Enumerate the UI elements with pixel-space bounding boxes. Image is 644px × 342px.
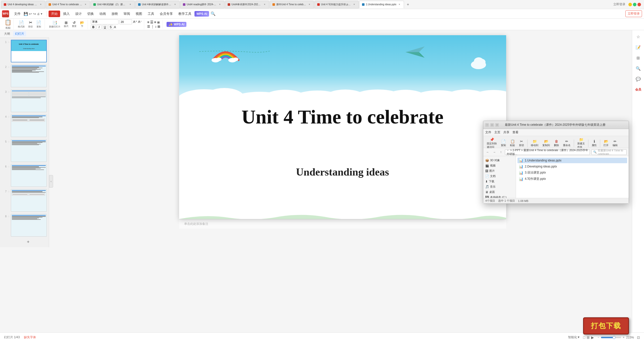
fe-edit-btn[interactable]: ✏ 编辑	[611, 139, 619, 148]
menu-tab-qiege[interactable]: 切换	[85, 11, 96, 17]
tab-8-close[interactable]: ×	[352, 3, 356, 6]
font-size-selector[interactable]: 20	[119, 19, 132, 24]
fe-file-4[interactable]: 📊 4.写作课堂.pptx	[517, 176, 627, 182]
account-label[interactable]: 立即登录	[613, 2, 625, 7]
tab-3[interactable]: Unit 4单词讲解（2）课件2024-202... ×	[91, 1, 135, 8]
tab-3-close[interactable]: ×	[129, 3, 132, 6]
fit-window-btn[interactable]: ⊡	[637, 335, 640, 339]
fe-folder-images[interactable]: 🖼 图片	[483, 168, 516, 174]
decrease-font-btn[interactable]: A⁻	[138, 20, 142, 24]
menu-tab-shenhe[interactable]: 审阅	[121, 11, 133, 17]
smart-btn[interactable]: 智能化▼	[568, 335, 580, 339]
align-center-btn[interactable]: ☰	[150, 20, 153, 24]
tab-9-close[interactable]: ×	[398, 3, 401, 6]
slide-thumb-6[interactable]: 6 ☆	[2, 164, 47, 187]
font-color-btn[interactable]: A	[114, 25, 116, 29]
fe-pinquick-btn[interactable]: 📌 固定到快速访问	[485, 137, 498, 149]
sidebar-btn-2[interactable]: 📝	[634, 43, 643, 52]
fe-folder-desktop[interactable]: 🖥 桌面	[483, 189, 516, 195]
sidebar-btn-5[interactable]: 💬	[634, 74, 643, 83]
slide-thumb-7[interactable]: 7 ☆	[2, 189, 47, 212]
slide-thumb-2[interactable]: 2 ☆	[2, 64, 47, 88]
layout-btn[interactable]: ⊞ 版式	[63, 20, 70, 29]
increase-font-btn[interactable]: A⁺	[133, 20, 137, 24]
slides-view-btn[interactable]: 幻灯片	[13, 31, 26, 36]
slide-thumb-4[interactable]: 4 ☆	[2, 114, 47, 138]
zoom-out-btn[interactable]: －	[597, 335, 600, 339]
fe-open-btn[interactable]: 📂 打开	[602, 139, 610, 148]
fe-menu-file[interactable]: 文件	[485, 130, 491, 135]
fe-search[interactable]: 🔍 在最新Unit 4 Time to celebrate...	[591, 149, 627, 155]
tab-1-close[interactable]: ×	[39, 3, 43, 6]
search-icon[interactable]: 🔍	[210, 10, 217, 17]
fe-maximize-btn[interactable]: □	[490, 123, 494, 127]
new-slide-btn[interactable]: 📑 新建幻灯片	[48, 20, 62, 29]
fe-cut-btn[interactable]: ✂ 剪切	[517, 139, 526, 148]
fe-folder-video[interactable]: 🎬 视频	[483, 163, 516, 168]
menu-tab-gongju[interactable]: 工具	[145, 11, 157, 17]
line-spacing-btn[interactable]: ↕	[155, 25, 157, 28]
slideshow-btn[interactable]: ▶	[591, 335, 594, 339]
fe-file-3[interactable]: 📊 3.语法课堂.pptx	[517, 170, 627, 176]
zoom-in-btn[interactable]: ＋	[622, 335, 625, 339]
tab-6-close[interactable]: ×	[263, 3, 266, 6]
menu-tab-huiyuan[interactable]: 会员专享	[157, 11, 175, 17]
tab-8[interactable]: Unit 4 写作能力提升班.pptx ×	[314, 1, 359, 8]
fe-back-btn[interactable]: ←	[485, 150, 490, 155]
wps-ai-ribbon-btn[interactable]: ✨ WPS AI	[164, 21, 189, 28]
fe-forward-btn[interactable]: →	[492, 150, 497, 155]
slide-thumb-5[interactable]: 5 ☆	[2, 139, 47, 162]
paste-btn[interactable]: 📋	[5, 19, 11, 26]
add-slide-btn[interactable]: +	[9, 238, 47, 246]
outline-view-btn[interactable]: 大纲	[2, 31, 12, 36]
tab-5-close[interactable]: ×	[218, 3, 222, 6]
shadow-btn[interactable]: S	[108, 25, 113, 29]
fe-minimize-btn[interactable]: －	[485, 123, 489, 127]
fe-delete-btn[interactable]: 🗑 删除	[552, 139, 560, 148]
section-btn[interactable]: 📂 节	[79, 20, 86, 29]
minimize-btn[interactable]	[628, 3, 632, 6]
tab-2-close[interactable]: ×	[84, 3, 87, 6]
fe-copyto-btn[interactable]: 📂 复制到	[541, 139, 551, 148]
menu-tab-charu[interactable]: 插入	[61, 11, 72, 17]
save-quick-btn[interactable]: 💾	[24, 12, 28, 16]
tab-7[interactable]: 课件Unit 4 Time to celebrate 课... ×	[270, 1, 314, 8]
columns-btn[interactable]: ⊞	[157, 25, 160, 28]
fe-folder-downloads[interactable]: ⬇ 下载	[483, 179, 516, 184]
fe-folder-docs[interactable]: 📄 文档	[483, 174, 516, 179]
bullet-btn[interactable]: ☰	[147, 25, 150, 28]
bold-btn[interactable]: B	[91, 25, 96, 29]
fe-folder-music[interactable]: 🎵 音乐	[483, 184, 516, 189]
slide-thumb-8[interactable]: 8 ☆	[2, 213, 47, 237]
align-right-btn[interactable]: ≡	[154, 20, 156, 24]
zoom-slider[interactable]	[601, 337, 621, 338]
font-family-selector[interactable]: 宋体	[91, 19, 118, 24]
fe-breadcrumb[interactable]: ← > 2-PPT > 最新Unit 4 Time to celebrate（课…	[505, 149, 590, 155]
menu-tab-fangying[interactable]: 放映	[109, 11, 120, 17]
redo-btn[interactable]: ↪	[33, 12, 36, 16]
print-btn[interactable]: 🖨	[37, 12, 40, 15]
fe-properties-btn[interactable]: ℹ 属性	[590, 139, 598, 148]
align-left-btn[interactable]: ≡	[147, 20, 149, 24]
normal-view-btn[interactable]: □	[583, 335, 585, 339]
fe-drive-c[interactable]: 💾 本地磁盘 (C:)	[483, 195, 516, 198]
fe-paste-btn[interactable]: 📋 粘贴	[508, 139, 516, 148]
tab-4[interactable]: Unit 4单词讲解解读课件2024-2025学年 ×	[135, 1, 180, 8]
tab-2[interactable]: Unit 4 Time to celebrate 单词闪卡 ×	[46, 1, 90, 8]
fe-menu-home[interactable]: 主页	[494, 130, 500, 135]
missing-font[interactable]: 缺失字体	[24, 335, 36, 339]
italic-btn[interactable]: I	[97, 25, 102, 29]
new-tab-button[interactable]: +	[405, 1, 412, 8]
fe-up-btn[interactable]: ↑	[498, 150, 503, 155]
reset-btn[interactable]: ↺ 重置	[71, 20, 78, 29]
menu-tab-kaishi[interactable]: 开始	[49, 11, 60, 17]
underline-btn[interactable]: U	[102, 25, 107, 29]
grid-view-btn[interactable]: ⊞	[587, 335, 590, 339]
fe-rename-btn[interactable]: ✏ 重命名	[561, 139, 572, 148]
maximize-btn[interactable]	[633, 3, 636, 6]
menu-tab-jiaoxue[interactable]: 教学工具	[176, 11, 194, 17]
fe-menu-view[interactable]: 查看	[512, 130, 518, 135]
slide-thumb-3[interactable]: 3 ☆	[2, 89, 47, 113]
panel-collapse-btn[interactable]: ‹	[49, 175, 53, 188]
fe-copy-btn[interactable]: 📄 复制	[499, 139, 507, 148]
